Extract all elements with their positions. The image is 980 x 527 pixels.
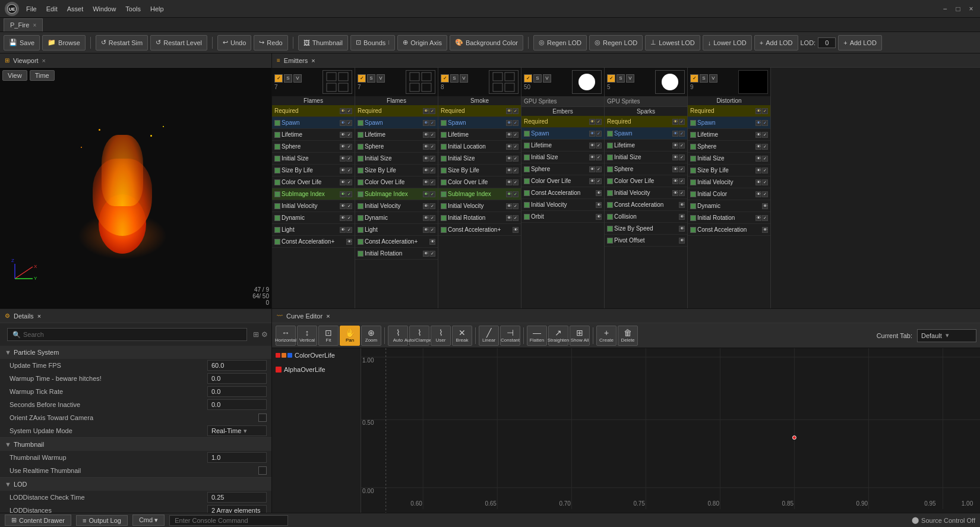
update-mode-dropdown[interactable]: Real-Time ▾	[207, 425, 267, 436]
emitter-solo-icon[interactable]: S	[284, 74, 292, 83]
emitter-view-smoke[interactable]: V	[460, 74, 468, 83]
module-required[interactable]: Required 👁✓	[272, 105, 355, 117]
menu-window[interactable]: Window	[93, 5, 116, 12]
mod-eye-icon[interactable]: 👁	[340, 108, 346, 114]
module-light-f1[interactable]: Light 👁✓	[272, 224, 355, 236]
curve-vertical-button[interactable]: ↕ Vertical	[297, 326, 317, 346]
module-color-over-life-f1[interactable]: Color Over Life 👁✓	[272, 176, 355, 188]
module-const-accel-f1[interactable]: Const Acceleration+ 👁	[272, 236, 355, 248]
curve-pan-button[interactable]: ✋ Pan	[340, 326, 360, 346]
emitter-enable-smoke[interactable]: ✓	[441, 74, 449, 83]
warmup-tick-value[interactable]: 0.0	[207, 386, 267, 397]
regen-lod-button[interactable]: ◎ Regen LOD	[533, 35, 587, 51]
console-command-input[interactable]	[169, 515, 288, 526]
menu-tools[interactable]: Tools	[125, 5, 141, 12]
mod-check-icon[interactable]: ✓	[346, 108, 352, 114]
details-grid-icon[interactable]: ⊞	[253, 330, 259, 339]
curve-straighten-button[interactable]: ↗ Straighten	[548, 326, 568, 346]
viewport-canvas[interactable]: View Time	[0, 68, 271, 308]
curve-item-color-over-life[interactable]: ColorOverLife	[272, 348, 361, 362]
menu-help[interactable]: Help	[150, 5, 164, 12]
menu-edit[interactable]: Edit	[46, 5, 58, 12]
search-bar[interactable]: 🔍 Search	[7, 328, 247, 341]
module-subimage-f1[interactable]: SubImage Index 👁✓	[272, 188, 355, 200]
origin-axis-button[interactable]: ⊕ Origin Axis	[397, 35, 447, 51]
emitter-solo-distortion[interactable]: S	[700, 74, 708, 83]
viewport-close-icon[interactable]: ×	[42, 57, 46, 64]
curve-constant-button[interactable]: ⊣ Constant	[500, 326, 520, 346]
curve-break-button[interactable]: ✕ Break	[452, 326, 472, 346]
cmd-button[interactable]: Cmd ▾	[132, 515, 165, 526]
bounds-button[interactable]: ⊡ Bounds ⁞	[350, 35, 395, 51]
lod-header[interactable]: ▼ LOD	[0, 478, 271, 491]
background-color-button[interactable]: 🎨 Background Color	[450, 35, 523, 51]
curve-canvas-area[interactable]: 1.00 0.50 0.00 0.60 0.65 0.70 0.75 0.80 …	[361, 348, 980, 527]
emitter-view-embers[interactable]: V	[543, 74, 551, 83]
emitter-view-sparks[interactable]: V	[626, 74, 634, 83]
emitter-view-f2[interactable]: V	[377, 74, 385, 83]
curve-horizontal-button[interactable]: ↔ Horizontal	[276, 326, 296, 346]
curve-autoclamped-button[interactable]: ⌇ Auto/Clamped	[409, 326, 429, 346]
curve-zoom-button[interactable]: ⊕ Zoom	[361, 326, 381, 346]
seconds-value[interactable]: 0.0	[207, 399, 267, 410]
mod-eye-icon-2[interactable]: 👁	[340, 120, 346, 126]
content-drawer-button[interactable]: ⊞ Content Drawer	[5, 515, 71, 526]
close-button[interactable]: ×	[967, 5, 975, 13]
curve-linear-button[interactable]: ╱ Linear	[479, 326, 499, 346]
emitter-solo-sparks[interactable]: S	[617, 74, 625, 83]
thumb-warmup-value[interactable]: 1.0	[207, 452, 267, 463]
use-realtime-checkbox[interactable]	[258, 466, 267, 475]
curve-fit-button[interactable]: ⊡ Fit	[318, 326, 339, 346]
emitters-close-icon[interactable]: ×	[311, 57, 315, 64]
curve-create-button[interactable]: + Create	[596, 326, 617, 346]
restart-level-button[interactable]: ↺ Restart Level	[150, 35, 207, 51]
add-lod-button[interactable]: + Add LOD	[754, 35, 798, 51]
emitter-view-distortion[interactable]: V	[709, 74, 717, 83]
module-initial-size-f1[interactable]: Initial Size 👁✓	[272, 153, 355, 165]
tab-p-fire[interactable]: P_Fire ×	[4, 18, 43, 31]
emitter-enable-f2[interactable]: ✓	[358, 74, 366, 83]
emitter-enable-sparks[interactable]: ✓	[607, 74, 615, 83]
save-button[interactable]: 💾 Save	[4, 35, 40, 51]
output-log-button[interactable]: ≡ Output Log	[76, 515, 128, 526]
module-dynamic-f1[interactable]: Dynamic 👁✓	[272, 212, 355, 224]
orient-checkbox[interactable]	[258, 414, 267, 422]
particle-system-header[interactable]: ▼ Particle System	[0, 346, 271, 359]
tab-close-icon[interactable]: ×	[33, 22, 36, 29]
emitter-solo-smoke[interactable]: S	[450, 74, 459, 83]
curve-flatten-button[interactable]: — Flatten	[527, 326, 547, 346]
warmup-value[interactable]: 0.0	[207, 373, 267, 384]
emitter-enable-embers[interactable]: ✓	[524, 74, 532, 83]
emitter-solo-f2[interactable]: S	[367, 74, 375, 83]
module-spawn[interactable]: Spawn 👁✓	[272, 117, 355, 129]
lower-lod-button[interactable]: ↓ Lower LOD	[703, 35, 752, 51]
mod-check-icon-2[interactable]: ✓	[346, 120, 352, 126]
mod-check-spawn[interactable]	[274, 120, 280, 126]
browse-button[interactable]: 📁 Browse	[42, 35, 86, 51]
module-size-by-life-f1[interactable]: Size By Life 👁✓	[272, 165, 355, 176]
module-initial-velocity-f1[interactable]: Initial Velocity 👁✓	[272, 200, 355, 212]
emitter-enable-distortion[interactable]: ✓	[690, 74, 698, 83]
emitter-view-icon[interactable]: V	[293, 74, 302, 83]
redo-button[interactable]: ↪ Redo	[254, 35, 287, 51]
tab-dropdown[interactable]: Default ▾	[917, 329, 976, 342]
emitter-solo-embers[interactable]: S	[533, 74, 542, 83]
lowest-lod-button[interactable]: ⊥ Lowest LOD	[645, 35, 700, 51]
thumbnail-button[interactable]: 🖼 Thumbnail	[298, 35, 348, 51]
curve-close-icon[interactable]: ×	[326, 313, 330, 320]
lod-check-time-value[interactable]: 0.25	[207, 492, 267, 503]
details-settings-icon[interactable]: ⚙	[261, 330, 268, 339]
add-lod2-button[interactable]: + Add LOD	[838, 35, 882, 51]
curve-item-alpha-over-life[interactable]: AlphaOverLife	[272, 362, 361, 377]
regen-lod2-button[interactable]: ◎ Regen LOD	[589, 35, 643, 51]
time-button[interactable]: Time	[30, 70, 55, 81]
thumbnail-header[interactable]: ▼ Thumbnail	[0, 438, 271, 451]
maximize-button[interactable]: □	[954, 5, 962, 13]
menu-file[interactable]: File	[26, 5, 37, 12]
mod-check-lifetime[interactable]	[274, 132, 280, 138]
module-lifetime-f1[interactable]: Lifetime 👁✓	[272, 129, 355, 141]
view-button[interactable]: View	[2, 70, 27, 81]
details-close-icon[interactable]: ×	[37, 313, 41, 320]
emitter-enable-icon[interactable]: ✓	[274, 74, 283, 83]
fps-value[interactable]: 60.0	[207, 360, 267, 371]
